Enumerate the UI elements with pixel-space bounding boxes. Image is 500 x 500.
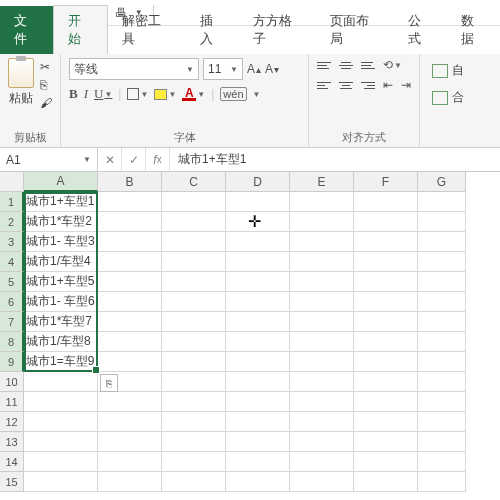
- cell-G8[interactable]: [418, 332, 466, 352]
- cell-A14[interactable]: [24, 452, 98, 472]
- row-head-14[interactable]: 14: [0, 452, 24, 472]
- cell-G11[interactable]: [418, 392, 466, 412]
- col-head-A[interactable]: A: [24, 172, 98, 192]
- cell-F6[interactable]: [354, 292, 418, 312]
- cell-C1[interactable]: [162, 192, 226, 212]
- cell-G12[interactable]: [418, 412, 466, 432]
- align-top-icon[interactable]: [317, 62, 331, 69]
- increase-indent-icon[interactable]: ⇥: [401, 78, 411, 92]
- row-head-13[interactable]: 13: [0, 432, 24, 452]
- align-center-icon[interactable]: [339, 82, 353, 89]
- cell-E11[interactable]: [290, 392, 354, 412]
- cell-B4[interactable]: [98, 252, 162, 272]
- row-head-6[interactable]: 6: [0, 292, 24, 312]
- cell-G1[interactable]: [418, 192, 466, 212]
- cell-F5[interactable]: [354, 272, 418, 292]
- cell-D13[interactable]: [226, 432, 290, 452]
- cell-C13[interactable]: [162, 432, 226, 452]
- cell-C8[interactable]: [162, 332, 226, 352]
- row-head-5[interactable]: 5: [0, 272, 24, 292]
- border-button[interactable]: ▼: [127, 88, 148, 100]
- cell-A3[interactable]: 城市1- 车型3: [24, 232, 98, 252]
- row-head-8[interactable]: 8: [0, 332, 24, 352]
- row-head-7[interactable]: 7: [0, 312, 24, 332]
- cell-F9[interactable]: [354, 352, 418, 372]
- row-head-11[interactable]: 11: [0, 392, 24, 412]
- wrap-text-button[interactable]: 自: [432, 62, 464, 79]
- cell-D8[interactable]: [226, 332, 290, 352]
- cell-A13[interactable]: [24, 432, 98, 452]
- cell-G4[interactable]: [418, 252, 466, 272]
- cell-E13[interactable]: [290, 432, 354, 452]
- cell-G3[interactable]: [418, 232, 466, 252]
- cell-G15[interactable]: [418, 472, 466, 492]
- cell-A9[interactable]: 城市1=车型9: [24, 352, 98, 372]
- cell-G14[interactable]: [418, 452, 466, 472]
- copy-icon[interactable]: ⎘: [40, 78, 52, 92]
- cell-F10[interactable]: [354, 372, 418, 392]
- cell-F11[interactable]: [354, 392, 418, 412]
- cell-F3[interactable]: [354, 232, 418, 252]
- tab-file[interactable]: 文件: [0, 6, 53, 54]
- cell-D9[interactable]: [226, 352, 290, 372]
- tab-formula[interactable]: 公式: [394, 6, 447, 54]
- cell-C3[interactable]: [162, 232, 226, 252]
- cell-D3[interactable]: [226, 232, 290, 252]
- cell-A11[interactable]: [24, 392, 98, 412]
- cell-D12[interactable]: [226, 412, 290, 432]
- cell-A10[interactable]: [24, 372, 98, 392]
- cell-E8[interactable]: [290, 332, 354, 352]
- cell-F7[interactable]: [354, 312, 418, 332]
- bold-button[interactable]: B: [69, 86, 78, 102]
- cell-D11[interactable]: [226, 392, 290, 412]
- italic-button[interactable]: I: [84, 86, 88, 102]
- row-head-9[interactable]: 9: [0, 352, 24, 372]
- cell-E4[interactable]: [290, 252, 354, 272]
- cell-B15[interactable]: [98, 472, 162, 492]
- autofill-options-icon[interactable]: ⎘: [100, 374, 118, 392]
- align-bottom-icon[interactable]: [361, 62, 375, 69]
- cell-C9[interactable]: [162, 352, 226, 372]
- cell-B2[interactable]: [98, 212, 162, 232]
- cell-D14[interactable]: [226, 452, 290, 472]
- cell-B6[interactable]: [98, 292, 162, 312]
- cell-B1[interactable]: [98, 192, 162, 212]
- cell-B11[interactable]: [98, 392, 162, 412]
- tab-insert[interactable]: 插入: [186, 6, 239, 54]
- cell-C2[interactable]: [162, 212, 226, 232]
- cell-D1[interactable]: [226, 192, 290, 212]
- font-name-combo[interactable]: 等线 ▼: [69, 58, 199, 80]
- cell-E2[interactable]: [290, 212, 354, 232]
- paste-button[interactable]: 粘贴: [8, 58, 34, 107]
- grow-font-icon[interactable]: A▴: [247, 62, 261, 76]
- tab-layout[interactable]: 页面布局: [316, 6, 394, 54]
- align-middle-icon[interactable]: [339, 62, 353, 69]
- cell-E5[interactable]: [290, 272, 354, 292]
- cell-A4[interactable]: 城市1/车型4: [24, 252, 98, 272]
- cell-D2[interactable]: [226, 212, 290, 232]
- row-head-1[interactable]: 1: [0, 192, 24, 212]
- row-head-10[interactable]: 10: [0, 372, 24, 392]
- cell-B12[interactable]: [98, 412, 162, 432]
- cell-E7[interactable]: [290, 312, 354, 332]
- cell-D7[interactable]: [226, 312, 290, 332]
- col-head-E[interactable]: E: [290, 172, 354, 192]
- cell-G9[interactable]: [418, 352, 466, 372]
- cell-A2[interactable]: 城市1*车型2: [24, 212, 98, 232]
- col-head-B[interactable]: B: [98, 172, 162, 192]
- cell-B8[interactable]: [98, 332, 162, 352]
- cell-C10[interactable]: [162, 372, 226, 392]
- tab-ffgz[interactable]: 方方格子: [239, 6, 317, 54]
- font-size-combo[interactable]: 11 ▼: [203, 58, 243, 80]
- cell-E10[interactable]: [290, 372, 354, 392]
- spreadsheet-grid[interactable]: ABCDEFG 1城市1+车型12城市1*车型23城市1- 车型34城市1/车型…: [0, 172, 500, 492]
- cell-C11[interactable]: [162, 392, 226, 412]
- cell-A7[interactable]: 城市1*车型7: [24, 312, 98, 332]
- fx-icon[interactable]: fx: [146, 148, 170, 171]
- col-head-G[interactable]: G: [418, 172, 466, 192]
- align-left-icon[interactable]: [317, 82, 331, 89]
- cell-C6[interactable]: [162, 292, 226, 312]
- row-head-4[interactable]: 4: [0, 252, 24, 272]
- name-box[interactable]: A1 ▼: [0, 148, 98, 171]
- cell-D4[interactable]: [226, 252, 290, 272]
